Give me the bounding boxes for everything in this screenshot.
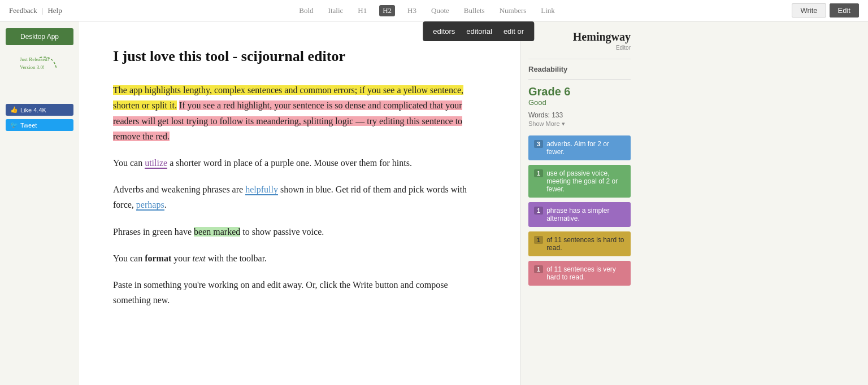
version-released: Just Released! <box>20 56 49 62</box>
blue-highlight-1: helpfully <box>245 185 278 195</box>
stats-list: 3adverbs. Aim for 2 or fewer.1use of pas… <box>528 135 631 286</box>
editor-area[interactable]: I just love this tool - scijournal edito… <box>79 21 520 385</box>
words-count-line: Words: 133 <box>528 111 631 119</box>
formatting-toolbar: Bold Italic H1 H2 H3 Quote Bullets Numbe… <box>297 5 557 16</box>
purple-highlight: utilize <box>145 158 167 169</box>
feedback-link[interactable]: Feedback <box>9 6 37 15</box>
stat-badge: 1 <box>534 236 543 244</box>
facebook-like-button[interactable]: 👍 Like 4.4K <box>6 104 73 116</box>
stat-text: adverbs. Aim for 2 or fewer. <box>546 140 625 156</box>
editor-title: I just love this tool - scijournal edito… <box>113 44 486 69</box>
words-label: Words: <box>528 111 550 119</box>
write-button[interactable]: Write <box>792 3 826 18</box>
stat-text: phrase has a simpler alternative. <box>546 207 625 222</box>
tooltip-item-2[interactable]: editorial <box>466 27 492 36</box>
readability-label: Readability <box>528 65 631 73</box>
tooltip-popup: editors editorial edit or <box>423 21 534 41</box>
stat-card: 1of 11 sentences is hard to read. <box>528 231 631 256</box>
hemingway-subtitle: Editor <box>528 45 631 51</box>
paragraph-3: Adverbs and weakening phrases are helpfu… <box>113 182 486 212</box>
version-badge: Just Released! Version 3.0! <box>6 52 73 97</box>
sidebar: Desktop App Just Released! Version 3.0! … <box>0 21 79 385</box>
paragraph-5: You can format your text with the toolba… <box>113 251 486 266</box>
top-divider <box>528 59 631 59</box>
h3-btn[interactable]: H3 <box>405 5 419 16</box>
stat-badge: 1 <box>534 169 543 177</box>
help-link[interactable]: Help <box>47 6 62 15</box>
italic-btn[interactable]: Italic <box>326 5 346 16</box>
stat-badge: 3 <box>534 140 543 148</box>
grade-description: Good <box>528 98 631 107</box>
stat-card: 3adverbs. Aim for 2 or fewer. <box>528 135 631 160</box>
social-buttons: 👍 Like 4.4K 🐦 Tweet <box>6 104 73 131</box>
stat-badge: 1 <box>534 265 543 273</box>
para5-mid: your <box>171 253 192 263</box>
numbers-btn[interactable]: Numbers <box>497 5 529 16</box>
paragraph-4: Phrases in green have been marked to sho… <box>113 224 486 239</box>
stat-text: of 11 sentences is hard to read. <box>546 236 625 252</box>
para3-post: . <box>164 200 167 209</box>
tweet-label: Tweet <box>20 122 37 129</box>
para4-pre: Phrases in green have <box>113 227 194 237</box>
twitter-tweet-button[interactable]: 🐦 Tweet <box>6 119 73 131</box>
mode-buttons: Write Edit <box>792 3 859 18</box>
fb-label: Like 4.4K <box>20 107 46 113</box>
words-count: 133 <box>552 111 563 119</box>
topbar: Feedback | Help Bold Italic H1 H2 H3 Quo… <box>0 0 868 21</box>
right-panel: Hemingway Editor Readability Grade 6 Goo… <box>520 21 639 385</box>
paragraph-1: The app highlights lengthy, complex sent… <box>113 82 486 144</box>
divider: | <box>42 6 44 15</box>
stat-card: 1phrase has a simpler alternative. <box>528 202 631 227</box>
topbar-left: Feedback | Help <box>9 6 62 15</box>
edit-button[interactable]: Edit <box>830 3 859 18</box>
stat-badge: 1 <box>534 207 543 215</box>
paragraph-6: Paste in something you're working on and… <box>113 277 486 308</box>
para4-post: to show passive voice. <box>240 227 324 237</box>
stat-card: 1use of passive voice, meeting the goal … <box>528 165 631 198</box>
hemingway-logo: Hemingway <box>528 30 631 43</box>
para2-post: a shorter word in place of a purple one.… <box>167 158 412 168</box>
para3-pre: Adverbs and weakening phrases are <box>113 185 245 194</box>
h2-btn[interactable]: H2 <box>379 5 395 16</box>
stat-text: of 11 sentences is very hard to read. <box>546 265 625 281</box>
h1-btn[interactable]: H1 <box>355 5 369 16</box>
blue-highlight-2: perhaps <box>136 200 164 211</box>
para5-bold: format <box>145 253 171 263</box>
stat-text: use of passive voice, meeting the goal o… <box>546 169 625 193</box>
tooltip-item-1[interactable]: editors <box>433 27 455 36</box>
readability-divider <box>528 79 631 80</box>
para2-pre: You can <box>113 158 145 168</box>
bullets-btn[interactable]: Bullets <box>462 5 487 16</box>
fb-icon: 👍 <box>10 106 18 113</box>
main-layout: Desktop App Just Released! Version 3.0! … <box>0 21 868 385</box>
para5-pre: You can <box>113 253 145 263</box>
desktop-app-button[interactable]: Desktop App <box>6 28 73 45</box>
twitter-icon: 🐦 <box>10 121 18 129</box>
quote-btn[interactable]: Quote <box>429 5 452 16</box>
tooltip-item-3[interactable]: edit or <box>504 27 524 36</box>
paragraph-2: You can utilize a shorter word in place … <box>113 155 486 170</box>
bold-btn[interactable]: Bold <box>297 5 315 16</box>
show-more-link[interactable]: Show More ▾ <box>528 120 631 128</box>
version-number: Version 3.0! <box>20 64 45 70</box>
stat-card: 1of 11 sentences is very hard to read. <box>528 261 631 286</box>
grade-value: Grade 6 <box>528 85 631 98</box>
link-btn[interactable]: Link <box>539 5 557 16</box>
green-highlight: been marked <box>194 227 240 237</box>
para5-italic: text <box>193 253 206 263</box>
para5-post: with the toolbar. <box>206 253 267 263</box>
